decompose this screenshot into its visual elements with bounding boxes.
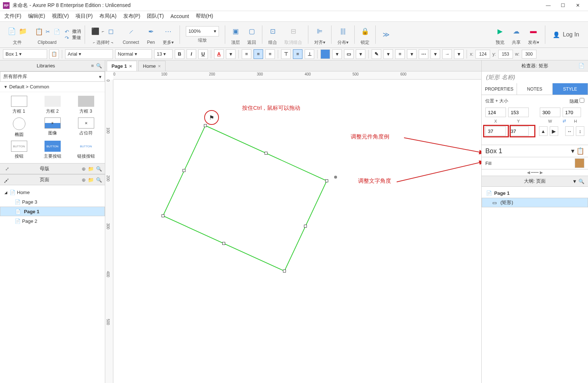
- bold-button[interactable]: B: [175, 49, 184, 59]
- paste-icon[interactable]: 📋: [35, 27, 43, 36]
- text-color-button[interactable]: A: [214, 49, 224, 59]
- size-select[interactable]: 13▾: [154, 49, 173, 59]
- masters-folder-icon[interactable]: 📁: [88, 166, 94, 172]
- publish-label[interactable]: 发布▾: [528, 39, 539, 46]
- line-weight-dd[interactable]: ▾: [407, 49, 417, 59]
- hidden-checkbox[interactable]: [580, 98, 584, 103]
- group-icon[interactable]: ⊡: [268, 27, 277, 36]
- fill-button[interactable]: [320, 49, 330, 59]
- widget-primary-button[interactable]: BUTTON主要按钮: [37, 141, 68, 159]
- more-label[interactable]: 更多▾: [163, 39, 174, 46]
- line-weight-button[interactable]: ≡: [395, 49, 405, 59]
- widget-box1[interactable]: 方框 1: [4, 96, 34, 115]
- widget-placeholder[interactable]: ✕占位符: [71, 117, 101, 138]
- masters-add-icon[interactable]: ⊕: [82, 166, 86, 172]
- handle-t[interactable]: [265, 152, 268, 155]
- minimize-button[interactable]: ―: [541, 0, 556, 11]
- selected-shape[interactable]: [113, 80, 408, 337]
- tab-notes[interactable]: NOTES: [517, 83, 552, 95]
- x-input[interactable]: 124: [475, 50, 490, 59]
- handle-l[interactable]: [183, 169, 185, 172]
- arrow-dd[interactable]: ▾: [454, 49, 464, 59]
- align-center-button[interactable]: ≡: [254, 49, 263, 59]
- outline-collapse-icon[interactable]: ⤢: [4, 179, 8, 184]
- lock-icon[interactable]: 🔒: [361, 27, 369, 36]
- preview-icon[interactable]: ▶: [496, 27, 504, 36]
- ungroup-icon[interactable]: ⊟: [289, 27, 298, 36]
- line-style-button[interactable]: ⋯: [419, 49, 428, 59]
- pen-icon[interactable]: ✒: [146, 27, 155, 36]
- cut-icon[interactable]: ✂: [46, 29, 52, 35]
- close-icon[interactable]: ×: [129, 63, 132, 69]
- rotation-handle[interactable]: [334, 176, 337, 179]
- login-button[interactable]: 👤Log In: [548, 31, 584, 38]
- handle-b[interactable]: [222, 242, 225, 245]
- redo-icon[interactable]: ↷: [65, 35, 71, 41]
- tree-page1[interactable]: 📄Page 1: [0, 207, 105, 216]
- insp-h-input[interactable]: [563, 108, 581, 117]
- close-icon[interactable]: ×: [158, 63, 161, 69]
- new-file-icon[interactable]: 📄: [7, 27, 16, 36]
- handle-tl[interactable]: [204, 124, 207, 127]
- widget-box3[interactable]: 方框 3: [71, 96, 101, 115]
- align-left-button[interactable]: ≡: [242, 49, 251, 59]
- valign-top-button[interactable]: ⊤: [281, 49, 291, 59]
- fill-dd[interactable]: ▾: [332, 49, 342, 59]
- canvas-area[interactable]: 0 100 200 300 400 500 600 0 100 200 300 …: [105, 71, 481, 383]
- copy-icon[interactable]: 📄: [54, 29, 60, 35]
- flip-h-icon[interactable]: ▲: [539, 126, 548, 136]
- scroll-indicator[interactable]: ◀ ━━━ ▶: [482, 169, 588, 176]
- italic-button[interactable]: I: [187, 49, 196, 59]
- handle-tr[interactable]: [325, 179, 328, 182]
- overflow-icon[interactable]: ≫: [382, 30, 390, 39]
- menu-file[interactable]: 文件(F): [4, 13, 21, 20]
- select-icon[interactable]: ⬛: [91, 27, 100, 36]
- note-icon[interactable]: 📄: [578, 63, 584, 68]
- style-icon[interactable]: 📋: [49, 49, 59, 59]
- maximize-button[interactable]: ☐: [556, 0, 570, 11]
- widget-style-select[interactable]: Box 1▾: [3, 49, 47, 59]
- lock-aspect-icon[interactable]: ⇄: [563, 119, 566, 123]
- w-input[interactable]: 300: [522, 50, 536, 59]
- widget-button[interactable]: BUTTON按钮: [4, 141, 34, 159]
- tree-home[interactable]: ◢📄Home: [0, 187, 105, 197]
- distribute-icon[interactable]: |||: [339, 27, 347, 36]
- handle-r[interactable]: [304, 225, 307, 228]
- menu-edit[interactable]: 编辑(E): [28, 13, 45, 20]
- insp-w-input[interactable]: [540, 108, 560, 117]
- widget-name-input[interactable]: (矩形 名称): [482, 71, 588, 83]
- close-button[interactable]: ✕: [570, 0, 585, 11]
- align-right-button[interactable]: ≡: [265, 49, 275, 59]
- widget-link-button[interactable]: BUTTON链接按钮: [71, 141, 101, 159]
- share-icon[interactable]: ☁: [512, 27, 521, 36]
- menu-arrange[interactable]: 布局(A): [99, 13, 117, 20]
- align-icon[interactable]: ⊫: [315, 27, 324, 36]
- canvas[interactable]: ⚑ 按住Ctrl，鼠标可以拖动 调整元件角度例 调整文字角度: [113, 80, 481, 383]
- menu-view[interactable]: 视图(V): [52, 13, 69, 20]
- tree-page2[interactable]: 📄Page 2: [0, 216, 105, 226]
- line-style-dd[interactable]: ▾: [431, 49, 440, 59]
- handle-bl[interactable]: [162, 214, 164, 217]
- undo-icon[interactable]: ↶: [65, 29, 71, 35]
- line-color-button[interactable]: ✎: [372, 49, 381, 59]
- pages-folder-icon[interactable]: 📁: [88, 177, 94, 183]
- front-icon[interactable]: ▣: [231, 27, 240, 36]
- widget-box2[interactable]: 方框 2: [37, 96, 68, 115]
- outline-search-icon[interactable]: 🔍: [578, 179, 584, 184]
- pages-search-icon[interactable]: 🔍: [96, 177, 102, 183]
- widget-image[interactable]: ☀图像: [37, 117, 68, 138]
- tab-page1[interactable]: Page 1×: [107, 61, 137, 71]
- more-icon[interactable]: ⋯: [164, 27, 173, 36]
- autofit-h-icon[interactable]: ↕: [576, 126, 584, 136]
- select2-icon[interactable]: ◻: [106, 27, 115, 36]
- lib-search-icon[interactable]: 🔍: [96, 63, 102, 68]
- menu-help[interactable]: 帮助(H): [196, 13, 213, 20]
- font-select[interactable]: Arial▾: [65, 49, 113, 59]
- y-input[interactable]: 153: [498, 50, 513, 59]
- library-category[interactable]: ▾Default > Common: [0, 82, 105, 92]
- menu-team[interactable]: 团队(T): [147, 13, 164, 20]
- library-select[interactable]: 所有部件库▾: [0, 71, 105, 82]
- tab-properties[interactable]: PROPERTIES: [482, 83, 517, 95]
- widget-ellipse[interactable]: 椭圆: [4, 117, 34, 138]
- flip-v-icon[interactable]: ▶: [550, 126, 558, 136]
